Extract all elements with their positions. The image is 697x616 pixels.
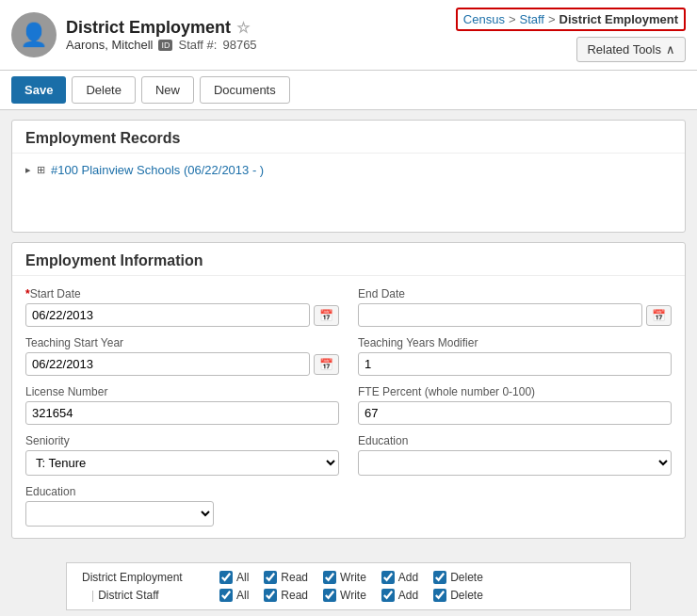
perm-district-employment-name: District Employment [82,571,204,584]
end-date-input-group: 📅 [358,303,672,327]
list-item[interactable]: ▸ ⊞ #100 Plainview Schools (06/22/2013 -… [25,163,672,177]
education-label-2: Education [25,485,672,498]
perm-add-item: Add [381,571,418,584]
record-expand-icon: ▸ [25,164,31,176]
person-name: Aarons, Mitchell [66,38,153,52]
perm-district-staff-read-checkbox[interactable] [264,589,277,602]
seniority-label: Seniority [25,434,339,447]
teaching-start-year-input[interactable] [25,352,310,376]
perm-staff-read-item: Read [264,589,308,602]
header-left: 👤 District Employment ☆ Aarons, Mitchell… [11,12,257,57]
breadcrumb-census[interactable]: Census [463,12,505,26]
perm-staff-read-label: Read [281,589,308,602]
end-date-label: End Date [358,287,672,300]
education-group-2: Education [25,485,672,527]
save-button[interactable]: Save [11,76,66,104]
id-icon: ID [158,40,172,51]
employment-info-form: *Start Date 📅 End Date 📅 [12,276,685,538]
education-label-1: Education [358,434,672,447]
perm-add-label: Add [398,571,418,584]
education-select-2[interactable] [25,501,214,527]
teaching-start-year-label: Teaching Start Year [25,336,339,349]
header-info: District Employment ☆ Aarons, Mitchell I… [66,18,257,52]
header-right: Census > Staff > District Employment Rel… [456,8,686,62]
teaching-start-year-input-group: 📅 [25,352,339,376]
perm-staff-write-item: Write [323,589,366,602]
perm-district-employment-read-checkbox[interactable] [264,571,277,584]
record-link[interactable]: #100 Plainview Schools (06/22/2013 - ) [51,163,264,177]
perm-district-staff-add-checkbox[interactable] [381,589,395,602]
perm-district-employment-write-checkbox[interactable] [323,571,336,584]
employment-records-card: Employment Records ▸ ⊞ #100 Plainview Sc… [11,120,686,233]
teaching-start-year-calendar-button[interactable]: 📅 [314,354,339,375]
breadcrumb-staff[interactable]: Staff [519,12,544,26]
fte-percent-label: FTE Percent (whole number 0-100) [358,385,672,398]
start-date-input[interactable] [25,303,310,327]
teaching-years-modifier-input[interactable] [358,352,672,376]
toolbar: Save Delete New Documents [0,71,697,110]
related-tools-label: Related Tools [587,42,661,57]
license-number-label: License Number [25,385,339,398]
end-date-calendar-button[interactable]: 📅 [646,305,672,326]
perm-district-employment-all-checkbox[interactable] [219,571,233,584]
start-date-group: *Start Date 📅 [25,287,339,327]
new-button[interactable]: New [141,76,194,104]
end-date-input[interactable] [358,303,642,327]
perm-district-employment-delete-checkbox[interactable] [433,571,446,584]
seniority-select[interactable]: T: Tenure [25,450,339,476]
avatar: 👤 [11,12,57,57]
education-group-1: Education [358,434,672,476]
license-number-input[interactable] [25,401,339,425]
education-select-1[interactable] [358,450,672,476]
perm-all-label: All [236,571,249,584]
header-title-row: District Employment ☆ [66,18,257,38]
favorite-icon[interactable]: ☆ [236,19,250,37]
perm-write-label: Write [340,571,366,584]
seniority-group: Seniority T: Tenure [25,434,339,476]
fte-percent-group: FTE Percent (whole number 0-100) [358,385,672,425]
perm-district-staff-write-checkbox[interactable] [323,589,336,602]
content-area: Employment Records ▸ ⊞ #100 Plainview Sc… [0,110,697,557]
staff-label: Staff #: [178,38,217,52]
fte-percent-input[interactable] [358,401,672,425]
perm-staff-add-item: Add [381,589,418,602]
perm-staff-delete-label: Delete [450,589,483,602]
license-number-group: License Number [25,385,339,425]
footer-wrapper: District Employment All Read Write Add [0,557,697,616]
perm-staff-all-item: All [219,589,249,602]
documents-button[interactable]: Documents [200,76,290,104]
perm-staff-delete-item: Delete [433,589,483,602]
breadcrumb: Census > Staff > District Employment [456,8,686,31]
person-icon: 👤 [20,22,48,48]
teaching-years-modifier-group: Teaching Years Modifier [358,336,672,376]
perm-district-staff-name: |District Staff [82,589,204,602]
employment-info-title: Employment Information [12,243,685,276]
chevron-up-icon: ∧ [666,42,675,57]
start-date-label: *Start Date [25,287,339,300]
header-subtitle: Aarons, Mitchell ID Staff #: 98765 [66,38,257,52]
header: 👤 District Employment ☆ Aarons, Mitchell… [0,0,697,71]
perm-row-district-employment: District Employment All Read Write Add [82,571,615,584]
perm-staff-add-label: Add [398,589,418,602]
perm-district-employment-add-checkbox[interactable] [381,571,395,584]
perm-read-label: Read [281,571,308,584]
perm-read-item: Read [264,571,308,584]
employment-info-card: Employment Information *Start Date 📅 End… [11,242,686,539]
employment-records-title: Employment Records [12,121,685,154]
record-list: ▸ ⊞ #100 Plainview Schools (06/22/2013 -… [12,154,685,186]
delete-button[interactable]: Delete [72,76,136,104]
main-container: 👤 District Employment ☆ Aarons, Mitchell… [0,0,697,616]
perm-district-staff-all-checkbox[interactable] [219,589,233,602]
perm-write-item: Write [323,571,366,584]
breadcrumb-sep-2: > [548,12,556,26]
perm-delete-label: Delete [450,571,483,584]
perm-all-item: All [219,571,249,584]
perm-district-staff-delete-checkbox[interactable] [433,589,446,602]
record-type-icon: ⊞ [37,164,45,176]
start-date-calendar-button[interactable]: 📅 [314,305,339,326]
teaching-start-year-group: Teaching Start Year 📅 [25,336,339,376]
page-title: District Employment [66,18,231,38]
end-date-group: End Date 📅 [358,287,672,327]
related-tools-button[interactable]: Related Tools ∧ [576,37,686,62]
perm-delete-item: Delete [433,571,483,584]
